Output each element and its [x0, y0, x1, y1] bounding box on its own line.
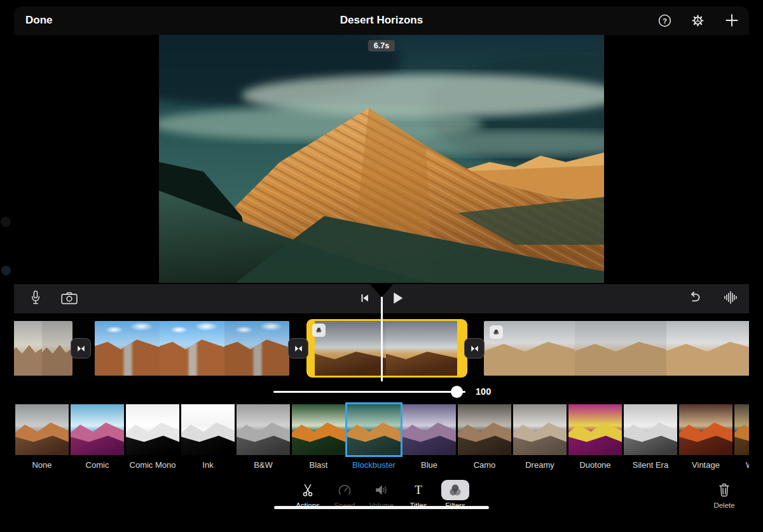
- filter-label: None: [15, 460, 69, 470]
- filter-item-comic[interactable]: Comic: [71, 404, 124, 477]
- filter-item-vintage[interactable]: Vintage: [679, 404, 732, 477]
- project-title: Desert Horizons: [14, 14, 749, 27]
- playhead-pointer: [370, 284, 393, 297]
- filter-label: Dreamy: [513, 460, 567, 470]
- filter-thumbnail: [71, 404, 124, 455]
- top-navbar: Done Desert Horizons ?: [14, 6, 749, 35]
- filter-thumbnail: [15, 404, 69, 455]
- slider-value: 100: [476, 386, 491, 397]
- help-icon[interactable]: ?: [657, 13, 672, 28]
- filter-label: Ink: [181, 460, 235, 470]
- svg-text:T: T: [415, 483, 422, 496]
- filter-thumbnail: [568, 404, 622, 455]
- filter-label: Silent Era: [624, 460, 677, 470]
- filter-applied-badge-icon: [490, 325, 503, 339]
- video-preview-area[interactable]: 6.7s: [14, 35, 749, 284]
- titles-icon: T: [404, 480, 432, 500]
- filter-item-blast[interactable]: Blast: [292, 404, 345, 477]
- filter-item-b-w[interactable]: B&W: [237, 404, 290, 477]
- tool-volume[interactable]: Volume: [363, 480, 400, 509]
- filter-thumbnail: [347, 404, 401, 455]
- filter-item-western[interactable]: Western: [734, 404, 749, 477]
- timeline-clip-4[interactable]: [484, 321, 749, 376]
- svg-text:?: ?: [663, 17, 667, 24]
- imovie-app-window: Done Desert Horizons ?: [14, 6, 749, 528]
- filter-item-silent-era[interactable]: Silent Era: [624, 404, 677, 477]
- filter-item-none[interactable]: None: [15, 404, 69, 477]
- playhead-line[interactable]: [381, 297, 383, 381]
- tool-titles[interactable]: T Titles: [400, 480, 437, 509]
- filter-thumbnail: [458, 404, 511, 455]
- filter-thumbnail: [181, 404, 235, 455]
- filter-item-comic-mono[interactable]: Comic Mono: [126, 404, 179, 477]
- filter-label: Blockbuster: [347, 460, 401, 470]
- undo-icon[interactable]: [685, 289, 703, 308]
- filters-icon: [441, 480, 469, 500]
- filter-item-camo[interactable]: Camo: [458, 404, 511, 477]
- filter-strength-row: 100: [14, 381, 749, 402]
- slider-knob[interactable]: [451, 386, 463, 398]
- delete-button[interactable]: Delete: [708, 480, 740, 509]
- filter-applied-badge-icon: [315, 324, 326, 337]
- speaker-icon: [368, 480, 395, 500]
- filter-item-duotone[interactable]: Duotone: [568, 404, 622, 477]
- filter-label: Comic: [71, 460, 124, 470]
- filter-label: B&W: [237, 460, 290, 470]
- tool-speed[interactable]: Speed: [326, 480, 363, 509]
- duration-badge: 6.7s: [368, 40, 395, 51]
- delete-label: Delete: [708, 501, 740, 509]
- tool-filters[interactable]: Filters: [437, 480, 474, 509]
- timeline-clip-1[interactable]: [14, 321, 72, 376]
- trash-icon: [708, 480, 740, 500]
- background-dot: [1, 266, 11, 275]
- filter-label: Camo: [458, 460, 511, 470]
- filter-strip: None Comic Comic Mono Ink B&W Blast: [14, 402, 749, 477]
- tool-group: Actions Speed Volume T Titles Filters: [289, 480, 474, 509]
- add-icon[interactable]: [724, 12, 740, 29]
- timeline-clip-2[interactable]: [95, 321, 289, 376]
- settings-gear-icon[interactable]: [690, 13, 706, 29]
- filter-thumbnail: [292, 404, 345, 455]
- audio-waveform-icon[interactable]: [722, 289, 739, 308]
- transition-dissolve-icon[interactable]: [464, 338, 485, 358]
- filter-label: Blue: [402, 460, 456, 470]
- filter-thumbnail: [624, 404, 677, 455]
- transition-dissolve-icon[interactable]: [71, 338, 91, 358]
- filter-item-blockbuster[interactable]: Blockbuster: [347, 404, 401, 477]
- tool-actions[interactable]: Actions: [289, 480, 326, 509]
- skip-to-start-icon[interactable]: [357, 290, 371, 308]
- bottom-toolbar: Actions Speed Volume T Titles Filters De…: [14, 477, 749, 514]
- timeline-clip-3-selected[interactable]: [306, 319, 467, 378]
- filter-label: Vintage: [679, 460, 732, 470]
- transition-dissolve-icon[interactable]: [288, 338, 308, 358]
- speedometer-icon: [331, 480, 359, 500]
- filter-thumbnail: [734, 404, 749, 455]
- filter-label: Western: [734, 460, 749, 470]
- filter-thumbnail: [237, 404, 290, 455]
- filter-thumbnail: [513, 404, 567, 455]
- filter-item-blue[interactable]: Blue: [402, 404, 456, 477]
- filter-thumbnail: [402, 404, 456, 455]
- microphone-icon[interactable]: [28, 289, 43, 310]
- filter-label: Blast: [292, 460, 345, 470]
- filter-item-ink[interactable]: Ink: [181, 404, 235, 477]
- filter-label: Duotone: [568, 460, 622, 470]
- filter-strength-slider[interactable]: [273, 391, 465, 393]
- background-dot: [1, 217, 11, 227]
- filter-thumbnail: [679, 404, 732, 455]
- filter-item-dreamy[interactable]: Dreamy: [513, 404, 567, 477]
- filter-thumbnail: [126, 404, 179, 455]
- camera-icon[interactable]: [60, 290, 79, 309]
- filter-label: Comic Mono: [126, 460, 179, 470]
- home-indicator[interactable]: [274, 506, 489, 510]
- scissors-icon: [294, 480, 322, 500]
- preview-photo: [159, 35, 604, 283]
